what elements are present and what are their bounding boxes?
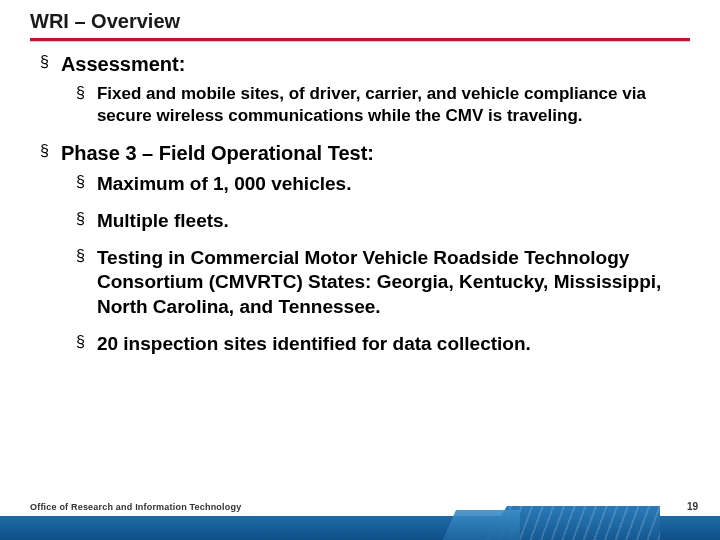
slide: WRI – Overview § Assessment: § Fixed and… — [0, 0, 720, 540]
section-phase3: § Phase 3 – Field Operational Test: § Ma… — [40, 141, 680, 356]
section-assessment: § Assessment: § Fixed and mobile sites, … — [40, 52, 680, 127]
item-text: Multiple fleets. — [97, 209, 229, 234]
item-text: Testing in Commercial Motor Vehicle Road… — [97, 246, 680, 320]
outline-list: § Assessment: § Fixed and mobile sites, … — [40, 52, 680, 356]
item-text: Maximum of 1, 000 vehicles. — [97, 172, 352, 197]
bullet-icon: § — [76, 83, 85, 102]
list-item: § Fixed and mobile sites, of driver, car… — [76, 83, 680, 127]
sub-list: § Maximum of 1, 000 vehicles. § Multiple… — [40, 172, 680, 356]
section-heading: Phase 3 – Field Operational Test: — [61, 141, 374, 166]
section-heading: Assessment: — [61, 52, 186, 77]
slide-title: WRI – Overview — [30, 10, 690, 36]
list-item: § Testing in Commercial Motor Vehicle Ro… — [76, 246, 680, 320]
bullet-icon: § — [76, 246, 85, 265]
page-number: 19 — [687, 501, 698, 512]
header: WRI – Overview — [0, 0, 720, 42]
list-item: § 20 inspection sites identified for dat… — [76, 332, 680, 357]
list-item: § Multiple fleets. — [76, 209, 680, 234]
item-text: 20 inspection sites identified for data … — [97, 332, 531, 357]
bullet-icon: § — [76, 209, 85, 228]
footer: Office of Research and Information Techn… — [0, 494, 720, 540]
bullet-icon: § — [40, 52, 49, 71]
content-area: § Assessment: § Fixed and mobile sites, … — [0, 42, 720, 356]
footer-office-text: Office of Research and Information Techn… — [30, 502, 241, 512]
list-item: § Maximum of 1, 000 vehicles. — [76, 172, 680, 197]
item-text: Fixed and mobile sites, of driver, carri… — [97, 83, 680, 127]
bullet-icon: § — [76, 172, 85, 191]
bullet-icon: § — [40, 141, 49, 160]
footer-graphic — [0, 516, 720, 540]
bullet-icon: § — [76, 332, 85, 351]
sub-list: § Fixed and mobile sites, of driver, car… — [40, 83, 680, 127]
